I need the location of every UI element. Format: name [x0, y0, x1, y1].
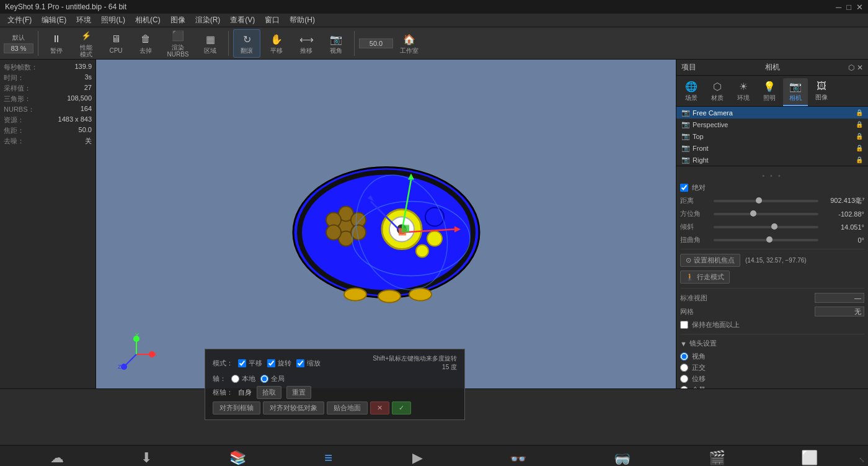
top-camera-lock: 🔒	[856, 133, 863, 140]
footer-animation[interactable]: ▶ 动画	[401, 447, 435, 466]
twist-slider[interactable]	[714, 239, 818, 241]
inclination-thumb[interactable]	[771, 223, 777, 230]
azimuth-slider[interactable]	[714, 213, 818, 215]
align-to-frame-button[interactable]: 对齐到框轴	[213, 401, 260, 414]
lens-perspective-radio[interactable]	[680, 352, 688, 361]
absolute-checkbox[interactable]	[680, 184, 688, 192]
azimuth-thumb[interactable]	[750, 210, 756, 217]
walk-mode-row: 🚶 行走模式	[680, 269, 864, 285]
camera-item-free[interactable]: 📷 Free Camera 🔒	[676, 107, 868, 119]
footer-import[interactable]: ⬇ 导入	[130, 447, 163, 466]
footer-lib[interactable]: 📚 库	[219, 447, 256, 466]
camera-item-front[interactable]: 📷 Front 🔒	[676, 142, 868, 154]
menu-image[interactable]: 图像	[166, 14, 190, 27]
grid-input[interactable]	[815, 307, 864, 316]
walk-mode-button[interactable]: 🚶 行走模式	[680, 271, 730, 284]
remove-button[interactable]: 🗑 去掉	[132, 29, 159, 58]
rotate-checkbox[interactable]	[267, 359, 275, 367]
snap-to-ground-button[interactable]: 贴合地面	[327, 401, 368, 414]
resize-handle[interactable]: ⤡	[856, 454, 868, 466]
menu-camera[interactable]: 相机(C)	[130, 14, 166, 27]
pick-button[interactable]: 拾取	[257, 386, 281, 399]
dolly-button[interactable]: ⟷ 推移	[293, 29, 320, 58]
camera-item-right[interactable]: 📷 Right 🔒	[676, 154, 868, 166]
camera-item-top[interactable]: 📷 Top 🔒	[676, 130, 868, 142]
menu-environment[interactable]: 环境	[71, 14, 96, 27]
standard-view-row: 标准视图	[680, 291, 864, 305]
confirm-mode-button[interactable]: ✓	[392, 401, 411, 414]
cpu-button[interactable]: 🖥 CPU	[102, 29, 130, 58]
footer-keyshot-xr[interactable]: 👓 KeyShotXR	[490, 449, 546, 467]
distance-slider[interactable]	[714, 200, 818, 202]
footer-keyvr[interactable]: 🥽 KeyVR	[601, 449, 642, 467]
menu-render[interactable]: 渲染(R)	[190, 14, 226, 27]
menu-lighting[interactable]: 照明(L)	[96, 14, 130, 27]
tab-lighting[interactable]: 💡 照明	[757, 78, 782, 106]
zoom-input[interactable]	[4, 43, 33, 53]
reset-button[interactable]: 重置	[286, 386, 311, 399]
absolute-label: 绝对	[692, 183, 706, 192]
cancel-mode-button[interactable]: ✕	[370, 401, 389, 414]
footer-library[interactable]: ☁ 云库	[40, 447, 74, 466]
tab-material[interactable]: ⬡ 材质	[705, 78, 730, 106]
twist-thumb[interactable]	[766, 236, 773, 243]
tab-environment-label: 环境	[737, 94, 750, 102]
viewport[interactable]: X Y Z	[96, 60, 676, 388]
footer-capture[interactable]: ⬜ 截屏	[791, 447, 828, 466]
maximize-button[interactable]: □	[846, 2, 851, 12]
tab-scene[interactable]: 🌐 场景	[679, 78, 704, 106]
stat-time-value: 3s	[84, 73, 92, 83]
keep-above-ground-checkbox[interactable]	[680, 321, 688, 329]
stat-triangles: 三角形： 108,500	[4, 94, 92, 104]
global-radio[interactable]	[260, 375, 268, 383]
menu-edit[interactable]: 编辑(E)	[37, 14, 71, 27]
main-area: 每秒帧数： 139.9 时间： 3s 采样值： 27 三角形： 108,500 …	[0, 60, 868, 388]
standard-view-input[interactable]	[815, 293, 864, 303]
fov-input[interactable]	[359, 38, 393, 48]
camera-item-perspective[interactable]: 📷 Perspective 🔒	[676, 119, 868, 130]
menu-window[interactable]: 窗口	[260, 14, 285, 27]
vr-icon: 🥽	[614, 451, 631, 467]
lens-collapse-icon[interactable]: ▼	[680, 340, 687, 347]
tab-camera[interactable]: 📷 相机	[783, 78, 808, 106]
tab-image[interactable]: 🖼 图像	[809, 78, 834, 106]
tab-environment[interactable]: ☀ 环境	[731, 78, 756, 106]
pause-button[interactable]: ⏸ 暂停	[43, 29, 70, 58]
panel-close-icon[interactable]: ✕	[857, 63, 863, 72]
local-label: 本地	[242, 374, 255, 383]
tumble-button[interactable]: ↻ 翻滚	[233, 29, 260, 58]
close-button[interactable]: ✕	[856, 2, 863, 12]
lens-ortho-radio[interactable]	[680, 364, 688, 372]
region-button[interactable]: ▦ 区域	[197, 29, 224, 58]
menu-view[interactable]: 查看(V)	[225, 14, 260, 27]
inclination-slider[interactable]	[714, 226, 818, 228]
footer-render[interactable]: 🎬 渲染	[699, 447, 735, 466]
azimuth-value: -102.88°	[821, 210, 864, 218]
perf-mode-button[interactable]: ⚡ 性能模式	[73, 29, 100, 58]
camera-icon-front: 📷	[681, 144, 690, 152]
distance-label: 距离	[680, 196, 711, 205]
image-icon: 🖼	[817, 81, 826, 92]
mode-btn-group: 对齐到框轴 对齐对较低对象 贴合地面 ✕ ✓	[213, 401, 457, 414]
pan-icon: ✋	[270, 32, 283, 46]
inclination-row: 倾斜 14.051°	[680, 220, 864, 233]
studio-button[interactable]: 🏠 工作室	[396, 29, 423, 58]
set-camera-focus-button[interactable]: ⊙ 设置相机焦点	[680, 254, 740, 267]
minimize-button[interactable]: ─	[836, 2, 841, 12]
lens-shift-radio[interactable]	[680, 375, 688, 383]
scale-checkbox[interactable]	[296, 359, 304, 367]
bottom-bar: 模式： 平移 旋转 缩放 Shift+鼠标左键拖动来多度旋转 15 度 轴：	[0, 388, 868, 445]
translate-checkbox[interactable]	[238, 359, 246, 367]
menu-file[interactable]: 文件(F)	[2, 14, 37, 27]
local-radio[interactable]	[231, 375, 239, 383]
render-nurbs-button[interactable]: ⬛ 渲染NURBS	[162, 29, 194, 58]
translate-checkbox-label: 平移	[238, 359, 262, 368]
stat-fps-label: 每秒帧数：	[4, 63, 38, 72]
camera-view-button[interactable]: 📷 视角	[322, 29, 350, 58]
pan-button[interactable]: ✋ 平移	[263, 29, 290, 58]
align-to-lowest-button[interactable]: 对齐对较低对象	[263, 401, 324, 414]
distance-thumb[interactable]	[756, 197, 762, 204]
menu-help[interactable]: 帮助(H)	[285, 14, 320, 27]
footer-project[interactable]: ≡ 项目	[312, 447, 345, 466]
panel-expand-icon[interactable]: ⬡	[848, 63, 854, 72]
